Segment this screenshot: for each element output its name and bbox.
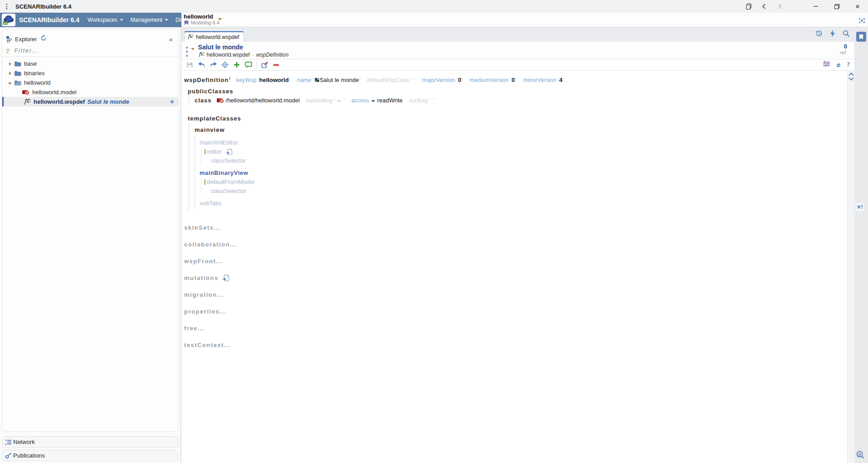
editor-header: ••• Salut le monde helloworld.wspdef · w… bbox=[181, 42, 854, 59]
close-button[interactable]: ✕ bbox=[847, 0, 868, 13]
editor-content: wspDefinitioni keyWsp'helloworld' name'S… bbox=[181, 71, 854, 463]
insert-bar bbox=[205, 149, 205, 154]
app-menubar: 6.4 SCENARIbuilder 6.4 Workspaces Manage… bbox=[0, 13, 181, 27]
filter-input[interactable] bbox=[15, 48, 141, 54]
undo-button[interactable] bbox=[196, 60, 207, 70]
display-options-icon[interactable] bbox=[823, 61, 830, 69]
explorer-panel: Explorer « bbox=[2, 29, 179, 432]
template-item-editor[interactable]: editor bbox=[205, 148, 844, 155]
tree-item-helloworld-wspdef[interactable]: helloworld.wspdef Salut le monde bbox=[2, 97, 178, 106]
field-value-keywsp[interactable]: helloworld bbox=[259, 77, 289, 83]
add-button[interactable] bbox=[231, 60, 242, 70]
workspace-dropdown-icon[interactable] bbox=[218, 18, 222, 20]
mainview-node[interactable]: mainview bbox=[195, 126, 844, 133]
section-collaboration[interactable]: collaboration... bbox=[184, 241, 844, 248]
open-external-button[interactable] bbox=[259, 60, 270, 70]
class-model-path[interactable]: /helloworld/helloworld.model bbox=[226, 97, 300, 104]
refresh-icon[interactable] bbox=[40, 35, 47, 43]
field-value-defaultwspcode[interactable] bbox=[412, 77, 414, 83]
scroll-up-icon[interactable] bbox=[848, 72, 854, 76]
diff-icon[interactable]: ≠ bbox=[837, 61, 840, 69]
panel-publications[interactable]: Publications bbox=[2, 450, 179, 461]
lightning-icon[interactable] bbox=[830, 30, 835, 39]
section-properties[interactable]: properties... bbox=[184, 308, 844, 315]
tree-item-label: binaries bbox=[24, 70, 45, 77]
doc-import-icon[interactable] bbox=[226, 149, 233, 155]
template-item-classselector[interactable]: classSelector bbox=[211, 157, 844, 164]
chevron-down-icon[interactable] bbox=[337, 100, 341, 102]
field-value-mediumversion[interactable]: 0 bbox=[512, 77, 515, 83]
tree-item-title: Salut le monde bbox=[87, 98, 129, 105]
redo-button[interactable] bbox=[208, 60, 219, 70]
remove-button[interactable] bbox=[271, 60, 282, 70]
menu-row: 6.4 SCENARIbuilder 6.4 Workspaces Manage… bbox=[0, 13, 868, 27]
tree-item-binaries[interactable]: binaries bbox=[2, 68, 178, 78]
section-wspfront[interactable]: wspFront... bbox=[184, 258, 844, 265]
template-item-subtabs[interactable]: subTabs bbox=[200, 200, 844, 207]
template-item-mainxmleditor[interactable]: mainXmlEditor bbox=[200, 139, 844, 146]
content-scrollbar[interactable] bbox=[847, 71, 854, 463]
chevron-right-icon[interactable] bbox=[7, 70, 13, 77]
chevron-down-icon bbox=[120, 19, 123, 21]
section-skinsets[interactable]: skinSets... bbox=[184, 224, 844, 231]
field-value-minorversion[interactable]: 4 bbox=[559, 77, 562, 83]
scroll-down-icon[interactable] bbox=[848, 77, 854, 81]
copy-pages-icon[interactable] bbox=[741, 0, 756, 13]
wspdef-flag-icon bbox=[198, 52, 205, 58]
menu-workspaces[interactable]: Workspaces bbox=[84, 13, 127, 27]
tab-label: helloworld.wspdef bbox=[196, 34, 239, 40]
folder-icon bbox=[13, 70, 22, 76]
nav-back-icon[interactable] bbox=[756, 0, 772, 13]
workspace-name: helloworld bbox=[184, 13, 868, 20]
field-value-access[interactable]: readWrite bbox=[377, 97, 403, 104]
minimize-button[interactable] bbox=[805, 0, 826, 13]
explorer-tree-icon bbox=[6, 36, 13, 43]
brand-title: SCENARIbuilder 6.4 bbox=[19, 16, 79, 24]
search-icon[interactable] bbox=[843, 30, 850, 39]
comment-button[interactable] bbox=[243, 60, 254, 70]
wspdef-flag-icon bbox=[187, 34, 194, 40]
history-icon[interactable] bbox=[815, 30, 823, 39]
modeling-icon bbox=[184, 20, 189, 25]
field-value-name[interactable]: Salut le monde bbox=[320, 77, 359, 83]
help-icon[interactable]: ? bbox=[847, 61, 850, 68]
section-mutations[interactable]: mutations bbox=[184, 275, 844, 281]
window-title: SCENARIbuilder 6.4 bbox=[15, 3, 72, 10]
wspdefinition-node: wspDefinitioni bbox=[184, 76, 231, 83]
svg-text:6.4: 6.4 bbox=[3, 22, 7, 25]
doc-import-icon[interactable] bbox=[222, 275, 229, 281]
section-free[interactable]: free... bbox=[184, 325, 844, 332]
bookmark-icon[interactable] bbox=[856, 32, 866, 42]
chevron-down-icon[interactable] bbox=[7, 79, 13, 86]
subtitle-separator: · bbox=[252, 52, 254, 58]
item-menu-icon[interactable]: ••• bbox=[186, 45, 188, 58]
chevron-down-icon[interactable] bbox=[371, 100, 375, 102]
toolbar-separator bbox=[256, 61, 257, 68]
save-button[interactable] bbox=[184, 60, 195, 70]
fit-window-icon[interactable] bbox=[858, 17, 865, 26]
chevron-down-icon[interactable] bbox=[191, 48, 195, 50]
collapse-sidebar-icon[interactable]: « bbox=[169, 35, 175, 43]
tree-item-base[interactable]: base bbox=[2, 59, 178, 68]
template-item-classselector[interactable]: classSelector bbox=[211, 188, 844, 194]
app-menu-icon[interactable]: ⋮ bbox=[0, 3, 14, 10]
restore-button[interactable] bbox=[826, 0, 847, 13]
field-value-majorversion[interactable]: 0 bbox=[458, 77, 461, 83]
errors-badge-icon[interactable]: ✕! bbox=[855, 203, 864, 211]
tree-item-helloworld-model[interactable]: helloworld.model bbox=[2, 87, 178, 97]
workspace-header: helloworld Modeling 6.4 bbox=[181, 13, 868, 27]
tree-item-label: helloworld.model bbox=[32, 89, 77, 96]
tree-item-helloworld[interactable]: helloworld bbox=[2, 78, 178, 87]
template-item-mainbinaryview[interactable]: mainBinaryView bbox=[200, 169, 844, 176]
tab-helloworld-wspdef[interactable]: helloworld.wspdef bbox=[184, 31, 244, 42]
zoom-tool-icon[interactable] bbox=[856, 450, 865, 461]
nav-forward-icon[interactable] bbox=[772, 0, 787, 13]
menu-management[interactable]: Management bbox=[127, 13, 172, 27]
panel-network[interactable]: Network bbox=[2, 436, 179, 448]
section-migration[interactable]: migration... bbox=[184, 291, 844, 298]
section-testcontext[interactable]: testContext... bbox=[184, 342, 844, 348]
chevron-right-icon[interactable] bbox=[7, 60, 13, 67]
template-item-defaultfrommodel[interactable]: defaultFromModel bbox=[205, 178, 844, 185]
locate-target-button[interactable] bbox=[219, 60, 230, 70]
item-type: wspDefinition bbox=[256, 52, 288, 58]
